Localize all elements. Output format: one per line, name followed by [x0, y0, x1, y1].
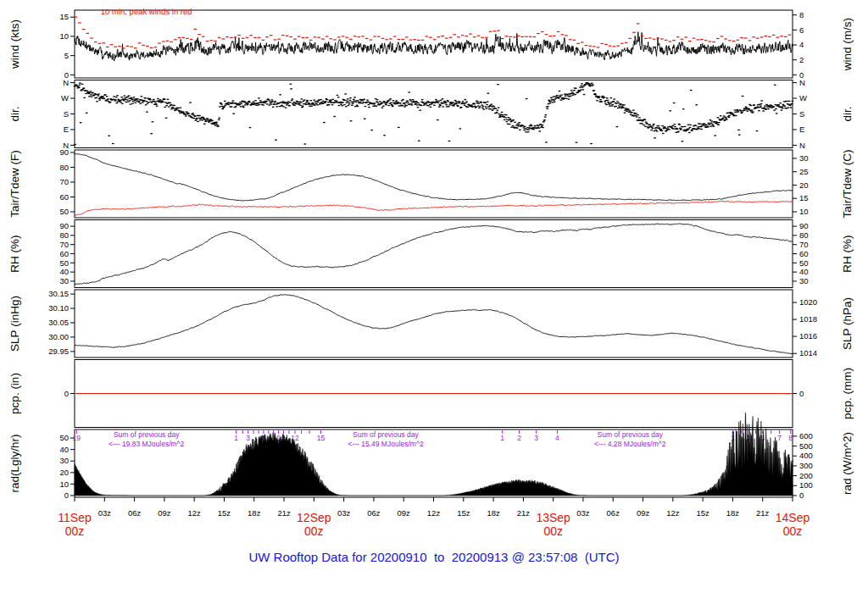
wind-direction-deg [291, 100, 293, 101]
wind-direction-deg [115, 97, 118, 97]
wind-direction-deg [775, 108, 777, 109]
wind-direction-deg [193, 118, 196, 119]
wind-direction-deg [773, 107, 776, 108]
wind-direction-deg [128, 95, 131, 96]
wind-direction-deg [275, 140, 277, 141]
wind-direction-deg [281, 105, 283, 106]
wind-direction-deg [282, 106, 285, 107]
wind-direction-deg [710, 122, 713, 123]
wind-direction-deg [437, 103, 440, 103]
wind-direction-deg [325, 101, 327, 102]
wind-direction-deg [391, 105, 393, 106]
wind-direction-deg [165, 105, 168, 106]
wind-direction-deg [189, 102, 192, 103]
temp-left-tick-label: 50 [59, 207, 69, 216]
wind-direction-deg [652, 125, 654, 126]
wind-direction-deg [482, 108, 485, 109]
rad-left-tick-label: 10 [59, 479, 69, 489]
temp-right-axis-title: Tair/Tdew (C) [841, 149, 854, 218]
wind-direction-deg [350, 120, 353, 121]
wind-direction-deg [389, 98, 392, 99]
wind-direction-deg [310, 106, 313, 107]
wind-direction-deg [164, 99, 166, 100]
wind-direction-deg [465, 103, 467, 103]
wind-right-tick-label: 4 [799, 40, 804, 49]
wind-direction-deg [682, 108, 685, 109]
wind-direction-deg [361, 103, 364, 103]
wind-direction-deg [298, 103, 301, 103]
wind-direction-deg [270, 102, 273, 103]
wind-direction-deg [504, 119, 506, 120]
radiation-sum-tick-label: 19 [73, 434, 81, 442]
wind-direction-deg [534, 125, 537, 126]
wind-direction-deg [762, 110, 765, 111]
wind-direction-deg [147, 102, 150, 103]
wind-direction-deg [478, 103, 481, 104]
rad-left-tick-label: 40 [59, 445, 69, 454]
wind-direction-deg [156, 106, 159, 107]
slp-left-tick-label: 29.95 [48, 346, 69, 356]
wind-direction-deg [745, 108, 748, 108]
wind-direction-deg [688, 132, 691, 133]
wind-direction-deg [716, 124, 719, 125]
slp-right-tick-label: 1014 [799, 348, 817, 357]
wind-direction-deg [620, 108, 623, 108]
wind-direction-deg [426, 103, 428, 103]
wind-direction-deg [387, 101, 390, 102]
wind-direction-deg [323, 122, 326, 123]
wind-direction-deg [742, 96, 744, 97]
wind-direction-deg [299, 105, 302, 106]
wind-direction-deg [352, 102, 354, 103]
wind-direction-deg [594, 93, 597, 94]
wind-direction-deg [381, 103, 384, 103]
wind-direction-deg [481, 105, 483, 106]
wind-direction-deg [470, 105, 473, 106]
hour-tick-label: 18z [726, 508, 740, 518]
wind-direction-deg [297, 102, 299, 103]
wind-direction-deg [271, 99, 274, 100]
wind-right-tick-label: 6 [799, 25, 804, 35]
rad-annotation: <--- 4.28 MJoules/m^2 [594, 440, 666, 448]
wind-direction-deg [516, 127, 519, 128]
wind-direction-deg [637, 114, 639, 115]
wind-direction-deg [549, 101, 552, 102]
wind-direction-deg [315, 103, 318, 104]
wind-direction-deg [348, 102, 350, 103]
wind-direction-deg [368, 107, 370, 108]
wind-direction-deg [175, 109, 178, 110]
wind-direction-deg [81, 84, 84, 85]
wind-direction-deg [440, 100, 442, 101]
rh-left-tick-label: 30 [59, 276, 69, 285]
hour-tick-label: 21z [277, 508, 291, 518]
wind-direction-deg [376, 106, 378, 107]
temp-left-tick-label: 60 [59, 192, 69, 202]
wind-direction-deg [312, 103, 314, 104]
wind-direction-deg [423, 105, 426, 106]
wind-direction-deg [136, 98, 139, 99]
wind-direction-deg [135, 103, 137, 103]
wind-direction-deg [747, 111, 749, 112]
wind-direction-deg [148, 98, 151, 99]
wind-direction-deg [728, 115, 731, 116]
hour-tick-label: 18z [487, 508, 500, 518]
wind-direction-deg [585, 84, 587, 85]
wind-direction-deg [196, 118, 198, 119]
wind-direction-deg [266, 103, 269, 104]
wind-direction-deg [207, 119, 209, 119]
wind-direction-deg [505, 114, 508, 115]
wind-direction-deg [342, 102, 344, 103]
radiation-sum-tick-label: 3 [534, 434, 538, 442]
wind-direction-deg [456, 103, 459, 103]
wind-direction-deg [668, 129, 670, 130]
wind-direction-deg [116, 103, 119, 103]
wind-direction-deg [543, 120, 546, 121]
wind-direction-deg [481, 102, 483, 103]
rad-left-tick-label: 50 [59, 433, 69, 442]
wind-right-tick-label: 2 [799, 55, 804, 64]
wind-direction-deg [570, 90, 573, 91]
rad-left-axis-title: rad(Lgly/hr) [8, 434, 21, 492]
wind-direction-deg [718, 122, 721, 123]
wind-direction-deg [550, 97, 553, 98]
wind-direction-deg [224, 101, 226, 102]
radiation-sum-tick-label: 2 [517, 434, 521, 442]
